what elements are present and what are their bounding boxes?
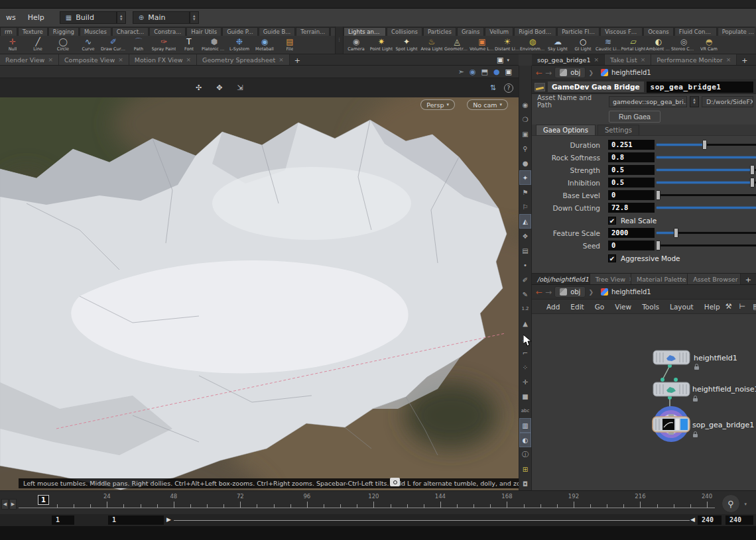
dot-icon[interactable]: ● [493, 68, 500, 76]
slider-handle[interactable] [656, 241, 661, 250]
pane-tab-sop-gea-bridge1[interactable]: sop_gea_bridge1× [532, 54, 605, 65]
range-end-field[interactable]: 240 [698, 515, 722, 525]
pane-tab-tree-view[interactable]: Tree View× [590, 274, 631, 284]
pane-maximize-icon[interactable]: ▣ [497, 56, 503, 64]
link-order-icon[interactable]: ⇅ [490, 83, 496, 92]
desktop-spinner[interactable]: ▴▾ [117, 11, 126, 24]
tab-close-icon[interactable]: × [641, 56, 646, 63]
viewport-help-button[interactable]: ? [504, 83, 513, 93]
shelf-tool-volume-light[interactable]: ▣Volume Light [470, 36, 495, 54]
shelf-tab-lights-and-c-[interactable]: Lights and C... [344, 27, 386, 36]
new-pane-tab-button[interactable]: + [741, 276, 756, 284]
pane-tab-motion-fx-view[interactable]: Motion FX View× [129, 54, 197, 65]
units-icon[interactable]: 1.2 [519, 301, 531, 316]
pane-menu-caret-icon[interactable]: ▾ [507, 58, 509, 63]
asset-spinner[interactable]: ▴▾ [690, 96, 699, 107]
network-menu-add[interactable]: Add [541, 303, 565, 311]
network-menu-help[interactable]: Help [699, 303, 725, 311]
pin-marker-icon[interactable]: ⚑ [519, 185, 531, 199]
pane-max-icon[interactable]: ▣ [505, 68, 512, 76]
point-icon[interactable]: • [519, 258, 531, 272]
pane-tab-composite-view[interactable]: Composite View× [59, 54, 129, 65]
shelf-tab-terrain-[interactable]: Terrain... [296, 27, 330, 36]
shelf-tool-portal-light[interactable]: ▱Portal Light [621, 36, 646, 54]
network-menu-edit[interactable]: Edit [565, 303, 589, 311]
locator-icon[interactable]: ⚐ [519, 199, 531, 214]
wrench-icon[interactable]: ⚒ [725, 302, 732, 311]
lightbulb-icon[interactable]: ✦ [519, 170, 531, 185]
network-menu-tools[interactable]: Tools [637, 303, 664, 311]
param-slider-down-cutting[interactable] [657, 201, 756, 214]
shelf-tool-platonic-solids[interactable]: ⬢Platonic Solids [202, 36, 227, 54]
network-menu-view[interactable]: View [609, 303, 637, 311]
checkbox-aggressive-mode[interactable]: ✔ [608, 254, 616, 262]
node-sop-gea-bridge1[interactable]: sop_gea_bridge1 [653, 406, 754, 442]
snapshot-icon[interactable]: ◘ [519, 476, 531, 491]
shelf-tool-geometry-light[interactable]: ◬Geometry Light [444, 36, 470, 54]
param-value-seed[interactable]: 0 [608, 241, 655, 250]
shelf-tab-populate-con-[interactable]: Populate Con... [718, 27, 755, 36]
sculpt-icon[interactable]: ❖ [519, 229, 531, 243]
nav-back-icon[interactable]: ← [536, 69, 542, 77]
breadcrumb-root[interactable]: obj [554, 67, 586, 78]
slider-handle[interactable] [750, 178, 755, 188]
orbit-icon[interactable]: ◉ [470, 68, 476, 76]
shelf-tab-collisions[interactable]: Collisions [387, 27, 422, 36]
shelf-tool-file[interactable]: ▤File [277, 36, 302, 54]
new-pane-tab-button[interactable]: + [290, 56, 305, 65]
shelf-tool-draw-curve[interactable]: ✐Draw Curve [101, 36, 126, 54]
dolly-tool-icon[interactable]: ⇲ [237, 83, 243, 92]
lock-icon[interactable]: ▣ [519, 127, 531, 141]
nav-forward-icon[interactable]: → [545, 288, 552, 296]
shelf-tool-caustic-light[interactable]: ≋Caustic Light [596, 36, 621, 54]
shelf-tab-hair-utils[interactable]: Hair Utils [186, 27, 221, 36]
pane-tab-asset-browser[interactable]: Asset Browser× [688, 274, 741, 284]
slider-handle[interactable] [656, 190, 661, 200]
param-value-duration[interactable]: 0.251 [608, 140, 655, 150]
shelf-tool-spot-light[interactable]: ✦Spot Light [394, 36, 419, 54]
param-value-base-level[interactable]: 0 [608, 190, 655, 200]
shelf-tool-font[interactable]: TFont [176, 36, 202, 54]
run-gaea-button[interactable]: Run Gaea [609, 111, 661, 123]
select-visible-icon[interactable]: ◉ [519, 97, 531, 112]
pin-icon[interactable]: ➣ [458, 68, 464, 76]
shelf-tool-null[interactable]: ✛Null [0, 36, 25, 54]
global-end-field[interactable]: 240 [725, 515, 753, 525]
group-select-icon[interactable]: ❍ [519, 112, 531, 127]
network-menu-go[interactable]: Go [590, 303, 610, 311]
shelf-tab-guide-p-[interactable]: Guide P... [222, 27, 258, 36]
slider-handle[interactable] [750, 165, 755, 175]
tab-close-icon[interactable]: × [594, 56, 599, 63]
shelf-tab-texture[interactable]: Texture [18, 27, 48, 36]
frame-ruler[interactable]: 1 24487296120144168192216240 [19, 491, 715, 515]
nav-forward-icon[interactable]: → [545, 69, 552, 77]
param-value-feature-scale[interactable]: 2000 [608, 228, 655, 238]
pane-tab-material-palette[interactable]: Material Palette× [631, 274, 688, 284]
cube-icon[interactable]: ⬒ [481, 68, 488, 76]
tree-view-icon[interactable]: ⊢ [739, 302, 746, 311]
current-frame-marker[interactable]: 1 [38, 495, 49, 505]
checkbox-real-scale[interactable]: ✔ [608, 217, 616, 225]
shelf-tab-grains[interactable]: Grains [457, 27, 484, 36]
param-slider-base-level[interactable] [657, 189, 756, 201]
shelf-tool-gi-light[interactable]: ○GI Light [570, 36, 596, 54]
breadcrumb-node[interactable]: heightfield1 [596, 67, 656, 78]
shelf-tab-particle-fluids[interactable]: Particle Fluids [557, 27, 599, 36]
main-spinner[interactable]: ▴▾ [190, 11, 199, 24]
scatter-icon[interactable]: ⁘ [519, 360, 531, 374]
range-start-field[interactable]: 1 [108, 515, 164, 525]
brush-icon[interactable]: ✐ [519, 272, 531, 287]
shelf-tab-oceans[interactable]: Oceans [643, 27, 674, 36]
shelf-tab-fluid-conta-[interactable]: Fluid Conta... [674, 27, 717, 36]
shelf-tool-area-light[interactable]: ♨Area Light [419, 36, 444, 54]
pane-tab-render-view[interactable]: Render View× [0, 54, 59, 65]
shelf-tab-guide-b-[interactable]: Guide B... [259, 27, 296, 36]
shelf-tool-camera[interactable]: ◉Camera [344, 36, 369, 54]
pen-icon[interactable]: ✎ [519, 287, 531, 301]
magnifier-icon[interactable] [390, 478, 400, 486]
slider-handle[interactable] [674, 228, 678, 238]
slider-handle[interactable] [702, 140, 707, 150]
shelf-tool-distant-light[interactable]: ☀Distant Light [495, 36, 520, 54]
shelf-tool-l-system[interactable]: ❉L-System [227, 36, 252, 54]
shelf-tool-ambient-light[interactable]: ◐Ambient Light [646, 36, 671, 54]
